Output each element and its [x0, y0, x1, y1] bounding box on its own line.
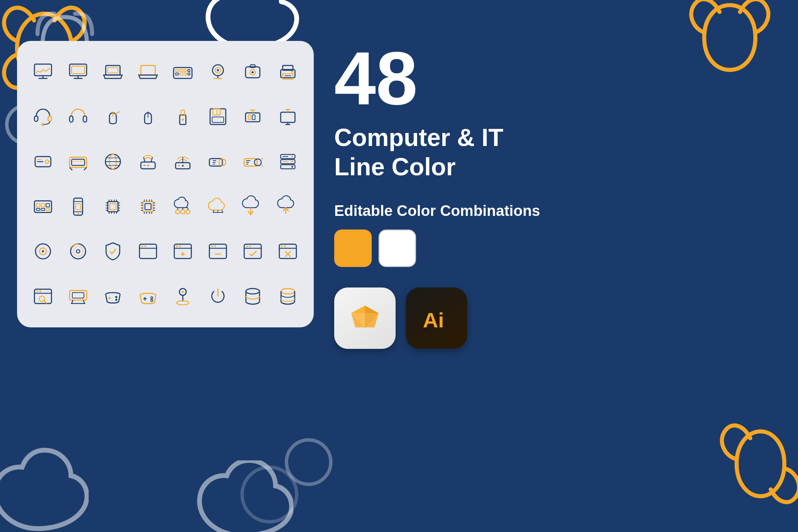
icon-database-alt: [272, 276, 304, 317]
svg-point-219: [246, 289, 260, 294]
svg-rect-20: [188, 73, 190, 75]
svg-point-169: [76, 250, 80, 253]
icon-monitor: [27, 51, 59, 93]
svg-point-100: [291, 166, 293, 168]
icon-cloud-download: [237, 186, 269, 227]
svg-rect-65: [72, 159, 85, 165]
color-swatches: [334, 230, 778, 267]
icon-browser-add: [167, 231, 199, 272]
svg-point-86: [221, 161, 224, 164]
svg-point-166: [42, 250, 44, 252]
svg-rect-12: [141, 65, 155, 75]
svg-point-167: [71, 244, 86, 259]
svg-rect-133: [143, 202, 153, 212]
svg-point-177: [179, 246, 181, 247]
svg-point-45: [182, 119, 184, 121]
svg-point-213: [151, 299, 153, 301]
icon-server: [272, 141, 304, 182]
svg-rect-36: [34, 116, 38, 121]
svg-point-209: [115, 299, 117, 301]
svg-rect-16: [184, 70, 187, 72]
svg-rect-9: [72, 66, 85, 74]
icon-count: 48: [334, 41, 778, 116]
pack-title: Computer & IT Line Color: [334, 123, 778, 182]
svg-point-151: [176, 210, 180, 214]
icon-cloud-network: [167, 186, 199, 227]
svg-point-168: [73, 247, 83, 256]
svg-point-1: [286, 440, 331, 484]
svg-rect-19: [180, 73, 187, 75]
svg-rect-15: [180, 70, 182, 72]
right-panel: 48 Computer & IT Line Color Editable Col…: [334, 41, 778, 349]
swatch-orange: [334, 230, 372, 267]
svg-point-182: [211, 246, 213, 247]
icon-mouse-alt: [132, 96, 164, 138]
swatch-white: [379, 230, 416, 267]
icon-browser-check: [237, 231, 269, 272]
svg-rect-107: [36, 208, 40, 210]
illustrator-app-icon: Ai: [406, 287, 467, 349]
icon-device: [62, 186, 94, 227]
svg-rect-37: [48, 116, 51, 121]
icon-scanner: [62, 141, 94, 182]
svg-point-217: [182, 291, 184, 293]
icon-laptop: [97, 51, 129, 93]
icon-floppy: [202, 96, 234, 138]
icon-mouse: [97, 96, 129, 138]
icon-wifi-router: [167, 141, 199, 182]
icon-cd: [62, 231, 94, 272]
svg-point-83: [182, 165, 184, 167]
icon-circuit-board: [27, 186, 59, 227]
svg-rect-17: [188, 70, 190, 72]
svg-point-82: [178, 165, 180, 167]
icon-browser: [132, 231, 164, 272]
app-icons: Ai: [334, 287, 778, 349]
icon-gamepad-alt: [132, 276, 164, 317]
svg-rect-64: [70, 157, 87, 167]
svg-point-197: [36, 291, 38, 292]
icon-laptop-alt: [132, 51, 164, 93]
icon-usb-drive: [167, 96, 199, 138]
svg-point-28: [252, 71, 254, 73]
sketch-app-icon: [334, 287, 396, 349]
icon-power: [202, 276, 234, 317]
svg-text:Ai: Ai: [423, 308, 444, 332]
icon-cpu: [97, 186, 129, 227]
svg-rect-29: [250, 65, 255, 68]
color-combos-label: Editable Color Combinations: [334, 202, 778, 219]
icon-webcam: [202, 51, 234, 93]
svg-point-191: [281, 246, 283, 247]
svg-line-76: [151, 157, 152, 162]
svg-point-183: [214, 246, 216, 247]
icon-cloud-alt: [202, 186, 234, 227]
svg-rect-40: [83, 116, 87, 122]
svg-marker-224: [351, 313, 379, 327]
svg-point-98: [291, 156, 293, 158]
icon-globe: [97, 141, 129, 182]
icon-printer: [272, 51, 304, 93]
svg-rect-205: [72, 293, 84, 298]
icon-hard-drive: [27, 141, 59, 182]
svg-rect-11: [108, 68, 118, 73]
svg-rect-51: [248, 115, 251, 120]
icon-cloud-upload: [272, 186, 304, 227]
svg-point-91: [254, 159, 261, 166]
svg-rect-105: [41, 204, 45, 207]
svg-point-113: [77, 212, 79, 214]
svg-point-176: [176, 246, 178, 247]
icon-usb-port-alt: [272, 96, 304, 138]
svg-point-188: [249, 246, 251, 247]
icon-webcam-alt: [237, 51, 269, 93]
icon-database: [237, 276, 269, 317]
icon-router: [132, 141, 164, 182]
icon-monitor-alt: [62, 51, 94, 93]
svg-rect-55: [281, 112, 295, 122]
svg-rect-39: [70, 116, 73, 122]
svg-rect-18: [176, 73, 178, 75]
svg-rect-114: [76, 204, 80, 210]
icon-shield-check: [97, 231, 129, 272]
icon-projector-alt: [237, 141, 269, 182]
svg-point-192: [284, 246, 286, 247]
icon-gamepad: [97, 276, 129, 317]
svg-rect-48: [212, 117, 224, 122]
